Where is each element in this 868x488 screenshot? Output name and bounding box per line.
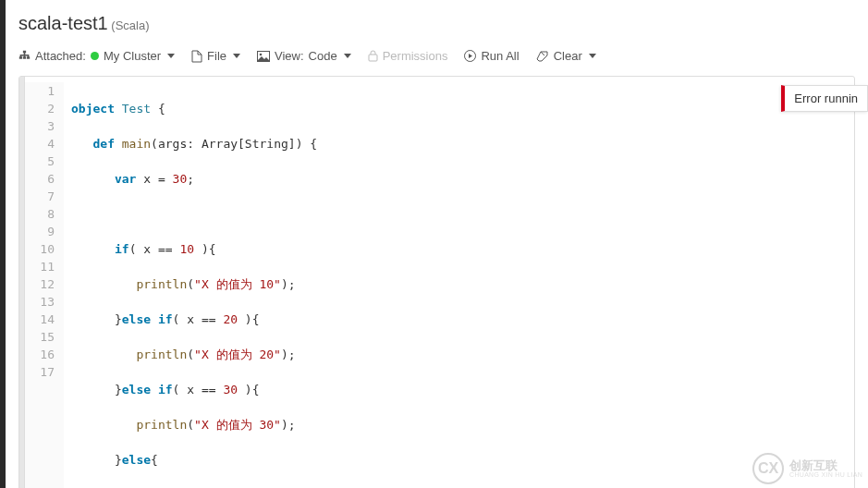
watermark-sub: CHUANG XIN HU LIAN (789, 471, 862, 478)
line-number: 13 (25, 293, 55, 311)
run-all-button[interactable]: Run All (464, 49, 519, 63)
line-number: 7 (25, 188, 55, 205)
line-number: 15 (25, 328, 55, 346)
line-number: 2 (25, 100, 55, 117)
svg-point-1 (260, 53, 263, 55)
view-menu[interactable]: View: Code (257, 49, 351, 63)
watermark: CX 创新互联 CHUANG XIN HU LIAN (752, 453, 862, 484)
play-icon (464, 50, 476, 62)
lock-icon (368, 50, 378, 62)
code-content[interactable]: object Test { def main(args: Array[Strin… (64, 82, 854, 488)
attached-cluster[interactable]: Attached: My Cluster (18, 49, 175, 63)
line-number: 6 (25, 170, 55, 188)
eraser-icon (536, 51, 549, 62)
line-number: 4 (25, 135, 55, 152)
sidebar-edge (0, 0, 6, 488)
watermark-text: 创新互联 (789, 460, 862, 471)
line-number: 11 (25, 258, 55, 275)
file-menu[interactable]: File (191, 49, 240, 63)
line-number: 5 (25, 152, 55, 170)
line-number: 10 (25, 240, 55, 258)
sitemap-icon (18, 50, 31, 62)
cluster-status-dot (91, 52, 99, 60)
cell-gutter-bar (19, 77, 25, 488)
permissions-label: Permissions (383, 49, 448, 63)
code-cell[interactable]: 1 2 3 4 5 6 7 8 9 10 11 12 13 14 15 16 1… (18, 76, 855, 488)
line-number: 17 (25, 363, 55, 381)
watermark-logo: CX (752, 453, 784, 484)
svg-rect-2 (369, 55, 377, 61)
clear-label: Clear (554, 49, 582, 63)
line-number: 12 (25, 275, 55, 293)
main-area: scala-test1 (Scala) Attached: My Cluster… (6, 0, 868, 488)
error-notification[interactable]: Error runnin (781, 85, 868, 112)
attached-label: Attached: (35, 49, 86, 63)
line-number: 16 (25, 346, 55, 363)
error-text: Error runnin (794, 92, 858, 105)
permissions-button: Permissions (368, 49, 448, 63)
chevron-down-icon (233, 54, 240, 58)
line-number: 1 (25, 82, 55, 100)
notebook-title[interactable]: scala-test1 (18, 13, 108, 33)
line-number: 14 (25, 311, 55, 328)
clear-menu[interactable]: Clear (536, 49, 596, 63)
line-number-gutter: 1 2 3 4 5 6 7 8 9 10 11 12 13 14 15 16 1… (25, 82, 64, 488)
chevron-down-icon (167, 54, 175, 58)
toolbar: Attached: My Cluster File View: Code Per… (18, 43, 855, 72)
run-all-label: Run All (481, 49, 519, 63)
line-number: 9 (25, 223, 55, 240)
view-label: View: (275, 49, 304, 63)
view-value: Code (309, 49, 337, 63)
code-editor[interactable]: 1 2 3 4 5 6 7 8 9 10 11 12 13 14 15 16 1… (19, 77, 854, 488)
image-icon (257, 51, 270, 62)
chevron-down-icon (344, 54, 351, 58)
line-number: 3 (25, 117, 55, 135)
line-number: 8 (25, 205, 55, 223)
chevron-down-icon (589, 54, 596, 58)
cluster-name: My Cluster (104, 49, 161, 63)
file-icon (191, 50, 202, 63)
notebook-language: (Scala) (111, 18, 149, 32)
file-label: File (207, 49, 226, 63)
title-row: scala-test1 (Scala) (18, 0, 855, 43)
